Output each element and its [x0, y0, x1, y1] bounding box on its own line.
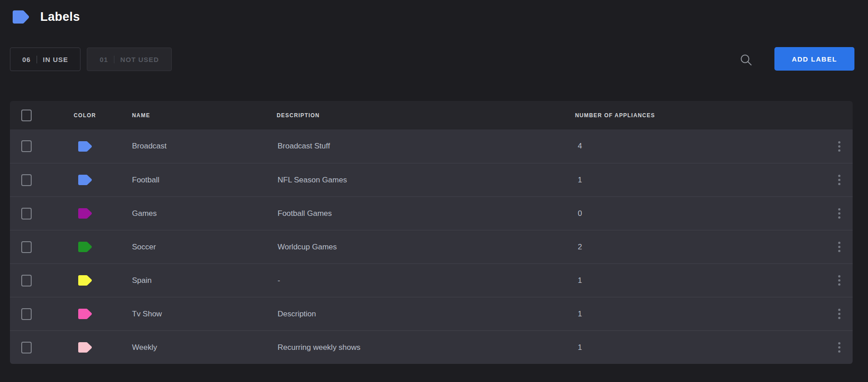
filter-not-used-label: NOT USED [120, 56, 159, 63]
kebab-menu-icon [838, 208, 840, 210]
label-name: Broadcast [132, 142, 277, 151]
add-label-button[interactable]: ADD LABEL [774, 47, 854, 71]
row-menu-button[interactable] [826, 208, 853, 219]
row-checkbox[interactable] [21, 241, 32, 253]
search-icon [740, 53, 753, 67]
kebab-menu-icon [838, 175, 840, 177]
column-header-appliances: NUMBER OF APPLIANCES [575, 112, 826, 119]
row-checkbox[interactable] [21, 140, 32, 152]
label-name: Weekly [132, 343, 277, 352]
kebab-menu-icon [838, 141, 840, 143]
row-checkbox[interactable] [21, 174, 32, 186]
row-menu-button[interactable] [826, 141, 853, 152]
label-color-chip-icon [78, 208, 92, 219]
label-description: Football Games [277, 209, 575, 218]
table-row[interactable]: Weekly Recurring weekly shows 1 [10, 330, 853, 364]
table-row[interactable]: Soccer Worldcup Games 2 [10, 230, 853, 263]
table-row[interactable]: Games Football Games 0 [10, 196, 853, 230]
row-menu-button[interactable] [826, 242, 853, 252]
page-title: Labels [40, 10, 80, 24]
label-name: Soccer [132, 243, 277, 252]
row-menu-button[interactable] [826, 175, 853, 185]
row-menu-button[interactable] [826, 309, 853, 319]
row-checkbox[interactable] [21, 342, 32, 353]
filter-not-used-count: 01 [99, 56, 108, 63]
label-description: NFL Season Games [277, 176, 575, 185]
label-description: Description [277, 310, 575, 319]
label-color-chip-icon [78, 309, 92, 319]
labels-table: COLOR NAME DESCRIPTION NUMBER OF APPLIAN… [10, 101, 853, 364]
label-appliance-count: 1 [575, 343, 826, 352]
column-header-name: NAME [132, 112, 277, 119]
kebab-menu-icon [838, 275, 840, 277]
table-header-row: COLOR NAME DESCRIPTION NUMBER OF APPLIAN… [10, 101, 853, 129]
label-appliance-count: 2 [575, 243, 826, 252]
label-color-chip-icon [78, 141, 92, 152]
label-description: Worldcup Games [277, 243, 575, 252]
label-name: Games [132, 209, 277, 218]
label-description: Recurring weekly shows [277, 343, 575, 352]
filter-in-use[interactable]: 06 IN USE [10, 48, 80, 71]
label-color-chip-icon [78, 175, 92, 185]
kebab-menu-icon [838, 342, 840, 344]
label-color-chip-icon [78, 275, 92, 286]
row-checkbox[interactable] [21, 308, 32, 320]
row-checkbox[interactable] [21, 275, 32, 286]
table-row[interactable]: Broadcast Broadcast Stuff 4 [10, 129, 853, 163]
filter-divider [37, 56, 37, 63]
label-name: Tv Show [132, 310, 277, 319]
label-description: Broadcast Stuff [277, 142, 575, 151]
table-body: Broadcast Broadcast Stuff 4 Football NFL… [10, 129, 853, 364]
filter-divider [114, 56, 114, 63]
filter-in-use-count: 06 [22, 56, 31, 63]
table-row[interactable]: Football NFL Season Games 1 [10, 163, 853, 196]
label-appliance-count: 1 [575, 310, 826, 319]
filter-not-used[interactable]: 01 NOT USED [87, 48, 172, 71]
label-tag-icon [12, 10, 29, 24]
label-appliance-count: 1 [575, 276, 826, 285]
row-checkbox[interactable] [21, 208, 32, 220]
column-header-description: DESCRIPTION [277, 112, 575, 119]
select-all-checkbox[interactable] [21, 110, 32, 121]
label-appliance-count: 1 [575, 176, 826, 185]
filter-in-use-label: IN USE [43, 56, 68, 63]
kebab-menu-icon [838, 309, 840, 311]
row-menu-button[interactable] [826, 275, 853, 286]
label-appliance-count: 4 [575, 142, 826, 151]
search-button[interactable] [740, 53, 753, 67]
label-name: Football [132, 176, 277, 185]
label-color-chip-icon [78, 342, 92, 353]
label-color-chip-icon [78, 242, 92, 252]
label-description: - [277, 276, 575, 285]
label-appliance-count: 0 [575, 209, 826, 218]
page-header: Labels [12, 10, 80, 24]
kebab-menu-icon [838, 242, 840, 244]
row-menu-button[interactable] [826, 342, 853, 353]
table-row[interactable]: Tv Show Description 1 [10, 297, 853, 330]
table-row[interactable]: Spain - 1 [10, 263, 853, 297]
column-header-color: COLOR [74, 112, 132, 119]
label-name: Spain [132, 276, 277, 285]
